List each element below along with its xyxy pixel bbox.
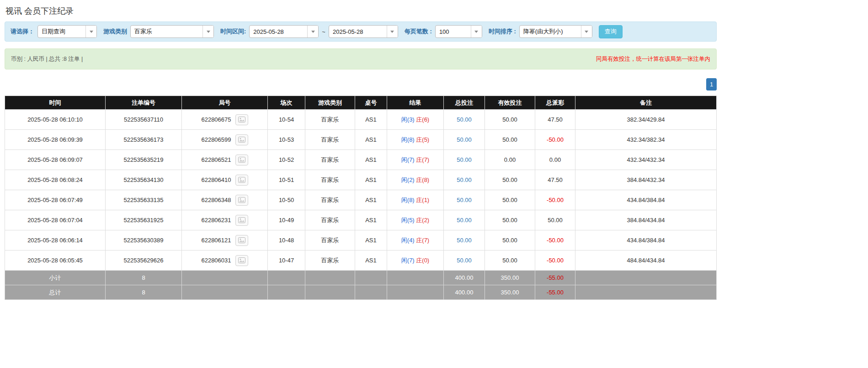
result-banker: 庄(7)	[416, 237, 429, 244]
table-row: 2025-05-28 06:07:04 522535631925 6228062…	[5, 210, 717, 230]
photo-icon	[238, 217, 245, 223]
total-bet-link[interactable]: 50.00	[457, 197, 472, 203]
page-button-1[interactable]: 1	[706, 78, 717, 91]
date-from-select[interactable]: 2025-05-28	[249, 25, 319, 38]
round-id: 622806599	[201, 136, 231, 143]
table-no: AS1	[355, 170, 387, 190]
bet-id: 522535636173	[106, 130, 182, 150]
query-type-value: 日期查询	[38, 26, 85, 37]
total-count: 8	[106, 285, 182, 300]
result-cell: 闲(7) 庄(0)	[387, 251, 444, 271]
result-banker: 庄(6)	[416, 116, 429, 123]
col-header-payout: 总派彩	[535, 96, 575, 110]
snapshot-icon-button[interactable]	[235, 155, 248, 165]
page-size-value: 100	[436, 26, 471, 37]
total-bet-link[interactable]: 50.00	[457, 217, 472, 224]
photo-icon	[238, 197, 245, 203]
page-size-select[interactable]: 100	[435, 25, 482, 38]
game-type-select[interactable]: 百家乐	[130, 25, 214, 38]
col-header-valid-bet: 有效投注	[485, 96, 535, 110]
snapshot-icon-button[interactable]	[235, 255, 248, 266]
snapshot-icon-button[interactable]	[235, 134, 248, 145]
caret-down-icon[interactable]	[307, 26, 318, 37]
subtotal-valid-bet: 350.00	[485, 271, 535, 285]
photo-icon	[238, 117, 245, 123]
valid-bet: 50.00	[485, 110, 535, 130]
game-type: 百家乐	[305, 110, 355, 130]
round-cell: 622806410	[182, 170, 268, 190]
photo-icon	[238, 257, 245, 263]
subtotal-count: 8	[106, 271, 182, 285]
page-container: 视讯 会员下注纪录 请选择： 日期查询 游戏类别 百家乐 时间区间: 2025-…	[5, 0, 717, 300]
round-id: 622806348	[201, 197, 231, 203]
game-type: 百家乐	[305, 130, 355, 150]
result-banker: 庄(0)	[416, 257, 429, 264]
session: 10-52	[268, 150, 305, 170]
session: 10-48	[268, 230, 305, 251]
total-bet-link[interactable]: 50.00	[457, 136, 472, 143]
table-row: 2025-05-28 06:06:14 522535630389 6228061…	[5, 230, 717, 251]
valid-bet: 50.00	[485, 170, 535, 190]
total-bet-cell: 50.00	[444, 230, 485, 251]
caret-down-icon[interactable]	[581, 26, 592, 37]
snapshot-icon-button[interactable]	[235, 235, 248, 246]
total-bet-link[interactable]: 50.00	[457, 176, 472, 183]
result-cell: 闲(8) 庄(1)	[387, 190, 444, 210]
bet-id: 522535634130	[106, 170, 182, 190]
snapshot-icon-button[interactable]	[235, 195, 248, 206]
session: 10-49	[268, 210, 305, 230]
total-bet-link[interactable]: 50.00	[457, 237, 472, 244]
result-player: 闲(3)	[401, 116, 415, 123]
result-player: 闲(7)	[401, 156, 415, 163]
payout: -50.00	[535, 190, 575, 210]
session: 10-47	[268, 251, 305, 271]
round-cell: 622806231	[182, 210, 268, 230]
total-bet-link[interactable]: 50.00	[457, 156, 472, 163]
bet-id: 522535637110	[106, 110, 182, 130]
total-bet-link[interactable]: 50.00	[457, 257, 472, 264]
snapshot-icon-button[interactable]	[235, 175, 248, 186]
caret-down-icon	[474, 31, 478, 33]
caret-down-icon	[390, 31, 394, 33]
bet-id: 522535629626	[106, 251, 182, 271]
time-range-group: 时间区间: 2025-05-28 ~ 2025-05-28	[220, 25, 398, 38]
table-row: 2025-05-28 06:09:07 522535635219 6228065…	[5, 150, 717, 170]
sort-label: 时间排序 :	[489, 27, 516, 36]
table-footer: 小计 8 400.00 350.00 -55.00 总计 8	[5, 271, 717, 300]
time-range-label: 时间区间:	[220, 27, 246, 36]
caret-down-icon	[311, 31, 315, 33]
search-button[interactable]: 查询	[599, 25, 623, 38]
subtotal-payout: -55.00	[535, 271, 575, 285]
col-header-game-type: 游戏类别	[305, 96, 355, 110]
total-bet-cell: 50.00	[444, 170, 485, 190]
bet-id: 522535635219	[106, 150, 182, 170]
table-row: 2025-05-28 06:05:45 522535629626 6228060…	[5, 251, 717, 271]
bet-id: 522535630389	[106, 230, 182, 251]
photo-icon	[238, 137, 245, 143]
total-bet-link[interactable]: 50.00	[457, 116, 472, 123]
caret-down-icon[interactable]	[387, 26, 398, 37]
bet-time: 2025-05-28 06:05:45	[5, 251, 106, 271]
result-cell: 闲(5) 庄(2)	[387, 210, 444, 230]
session: 10-50	[268, 190, 305, 210]
caret-down-icon	[207, 31, 210, 33]
game-type: 百家乐	[305, 210, 355, 230]
result-cell: 闲(4) 庄(7)	[387, 230, 444, 251]
total-bet-cell: 50.00	[444, 190, 485, 210]
round-id: 622806231	[201, 217, 231, 224]
sort-select[interactable]: 降幂(由大到小)	[519, 25, 592, 38]
payout: -50.00	[535, 230, 575, 251]
total-bet-cell: 50.00	[444, 210, 485, 230]
caret-down-icon[interactable]	[85, 26, 96, 37]
caret-down-icon[interactable]	[471, 26, 482, 37]
date-to-select[interactable]: 2025-05-28	[329, 25, 398, 38]
page-title: 视讯 会员下注纪录	[5, 0, 717, 21]
total-bet-cell: 50.00	[444, 251, 485, 271]
caret-down-icon[interactable]	[202, 26, 213, 37]
snapshot-icon-button[interactable]	[235, 215, 248, 226]
date-from-value: 2025-05-28	[250, 26, 307, 37]
round-cell: 622806675	[182, 110, 268, 130]
query-type-select[interactable]: 日期查询	[37, 25, 97, 38]
table-no: AS1	[355, 110, 387, 130]
snapshot-icon-button[interactable]	[235, 114, 248, 125]
